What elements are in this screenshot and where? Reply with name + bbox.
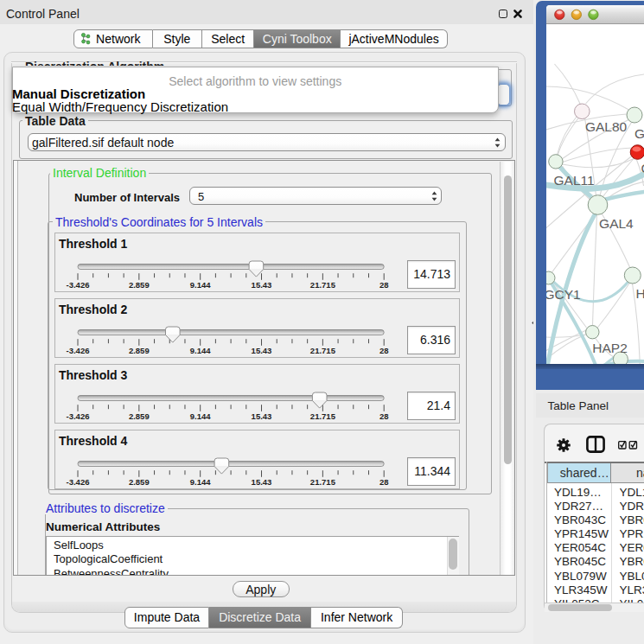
svg-text:15.43: 15.43 (252, 280, 272, 290)
svg-text:-3.426: -3.426 (67, 477, 90, 487)
svg-text:HAP2: HAP2 (592, 341, 628, 355)
svg-text:15.43: 15.43 (252, 346, 272, 355)
svg-text:21.715: 21.715 (310, 346, 336, 355)
svg-text:2.859: 2.859 (129, 280, 150, 290)
svg-text:28: 28 (379, 346, 389, 355)
svg-text:15.43: 15.43 (252, 477, 272, 487)
svg-text:GAL80: GAL80 (584, 119, 627, 134)
svg-text:GCY1: GCY1 (546, 287, 581, 302)
svg-text:2.859: 2.859 (129, 411, 150, 421)
svg-text:28: 28 (379, 280, 389, 290)
svg-text:15.43: 15.43 (252, 411, 272, 421)
svg-text:2.859: 2.859 (129, 477, 150, 487)
svg-text:9.144: 9.144 (190, 346, 211, 355)
svg-text:2.859: 2.859 (129, 346, 150, 355)
svg-text:21.715: 21.715 (310, 477, 336, 487)
svg-text:GAL11: GAL11 (553, 173, 594, 188)
svg-text:GAL4: GAL4 (599, 216, 634, 231)
svg-text:GA: GA (634, 126, 644, 141)
svg-text:9.144: 9.144 (190, 411, 211, 421)
svg-text:28: 28 (379, 411, 389, 421)
svg-text:21.715: 21.715 (310, 411, 336, 421)
svg-text:-3.426: -3.426 (67, 346, 90, 355)
svg-text:9.144: 9.144 (190, 280, 211, 290)
svg-text:28: 28 (379, 477, 389, 487)
svg-text:9.144: 9.144 (190, 477, 211, 487)
svg-text:C: C (641, 161, 644, 175)
svg-text:-3.426: -3.426 (67, 280, 90, 290)
svg-text:H: H (635, 286, 644, 301)
svg-text:-3.426: -3.426 (67, 411, 90, 421)
svg-text:21.715: 21.715 (310, 280, 336, 290)
